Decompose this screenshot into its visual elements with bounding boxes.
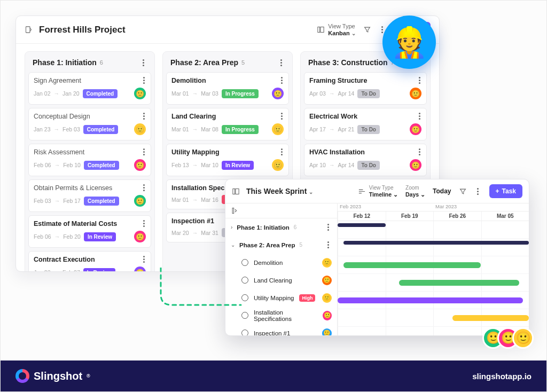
card-menu[interactable] — [140, 113, 147, 120]
expand-toggle[interactable] — [225, 203, 337, 218]
phase-menu[interactable] — [324, 224, 332, 231]
card-menu[interactable] — [140, 148, 147, 155]
more-menu[interactable] — [474, 188, 482, 195]
timeline-grid[interactable]: Feb 2023Mar 2023 Feb 12Feb 19Feb 26Mar 0… — [338, 203, 529, 336]
card-menu[interactable] — [140, 77, 147, 84]
gantt-bar[interactable] — [399, 280, 520, 286]
assignee-avatar — [323, 311, 332, 320]
task-card[interactable]: Utility Mapping Feb 13→Mar 10 In Review — [166, 144, 289, 176]
task-card[interactable]: Risk Assessment Feb 06→Feb 10 Completed — [28, 144, 151, 176]
timeline-task-row[interactable]: Land Clearing — [225, 271, 337, 289]
month-label — [481, 203, 529, 211]
phase-row[interactable]: ⌄ Phase 2: Area Prep 5 — [225, 236, 337, 254]
timeline-task-row[interactable]: Utility Mapping High — [225, 289, 337, 307]
status-badge: In Progress — [222, 125, 259, 134]
svg-rect-4 — [236, 189, 239, 194]
sprint-title[interactable]: This Week Sprint ⌄ — [246, 187, 313, 195]
task-name: Demolition — [254, 260, 283, 266]
column-menu[interactable] — [139, 59, 147, 66]
task-card[interactable]: Land Clearing Mar 01→Mar 08 In Progress — [166, 108, 289, 140]
column-title: Phase 1: Initiation — [33, 58, 97, 67]
phase-row[interactable]: › Phase 1: Initiation 6 — [225, 218, 337, 236]
card-menu[interactable] — [278, 148, 285, 155]
arrow-icon: → — [54, 233, 60, 240]
layout-icon — [317, 26, 325, 34]
timeline-task-row[interactable]: Demolition — [225, 254, 337, 271]
assignee-avatar — [322, 328, 332, 336]
timeline-task-row[interactable]: Installation Specifications — [225, 307, 337, 324]
chevron-right-icon: › — [231, 224, 232, 230]
card-menu[interactable] — [416, 77, 423, 84]
phase-menu[interactable] — [324, 241, 332, 248]
task-status-icon — [241, 294, 248, 301]
kanban-header: Forrest Hills Project View Type Kanban ⌄… — [16, 16, 439, 44]
phase-count: 6 — [294, 224, 297, 230]
task-card[interactable]: Conceptual Design Jan 23→Feb 03 Complete… — [28, 108, 151, 140]
footer-url: slingshotapp.io — [472, 372, 532, 381]
end-date: Jan 20 — [62, 90, 80, 97]
task-card[interactable]: Demolition Mar 01→Mar 03 In Progress — [166, 72, 289, 105]
status-badge: To Do — [357, 161, 380, 170]
card-menu[interactable] — [278, 113, 285, 120]
gantt-lane — [338, 256, 529, 274]
assignee-avatar — [272, 159, 284, 171]
filter-icon[interactable] — [363, 26, 371, 34]
card-menu[interactable] — [416, 148, 423, 155]
arrow-icon: → — [192, 230, 198, 236]
pin-icon — [25, 26, 33, 34]
chevron-down-icon: ⌄ — [351, 30, 356, 36]
status-badge: Completed — [84, 197, 119, 206]
card-menu[interactable] — [140, 184, 147, 191]
arrow-icon: → — [329, 162, 335, 168]
add-task-button[interactable]: +Task — [489, 184, 522, 198]
column-header: Phase 1: Initiation 6 — [28, 56, 151, 72]
start-date: Apr 10 — [309, 162, 326, 168]
viewtype-selector[interactable]: View Type Kanban ⌄ — [317, 23, 355, 36]
card-meta: Feb 06→Feb 10 Completed — [34, 159, 146, 171]
start-date: Jan 23 — [34, 269, 51, 272]
card-title: Electrical Work — [309, 113, 421, 120]
assignee-avatar — [134, 88, 146, 99]
date-label: Feb 26 — [433, 211, 481, 221]
task-card[interactable]: Contract Execution Jan 23→Feb 27 In Revi… — [28, 251, 151, 272]
gantt-bar[interactable] — [343, 262, 481, 268]
zoom-selector[interactable]: ZoomDays ⌄ — [405, 185, 425, 198]
status-badge: Completed — [83, 89, 118, 98]
status-badge: To Do — [357, 125, 380, 134]
start-date: Jan 02 — [34, 90, 51, 97]
card-menu[interactable] — [140, 256, 147, 263]
task-name: Utility Mapping — [254, 295, 294, 301]
task-card[interactable]: Obtain Permits & Licenses Feb 03→Feb 17 … — [28, 179, 151, 212]
timeline-header: This Week Sprint ⌄ View TypeTimeline ⌄ Z… — [225, 179, 529, 203]
arrow-icon: → — [54, 126, 60, 132]
gantt-lane — [338, 292, 529, 309]
month-label: Feb 2023 — [338, 203, 386, 211]
status-badge: Completed — [84, 161, 119, 170]
task-name: Land Clearing — [254, 277, 292, 284]
start-date: Feb 03 — [34, 198, 51, 204]
status-badge: In Review — [222, 161, 254, 170]
card-menu[interactable] — [278, 77, 285, 84]
filter-icon[interactable] — [459, 187, 467, 195]
task-card[interactable]: Sign Agreement Jan 02→Jan 20 Completed — [28, 72, 151, 105]
timeline-viewtype[interactable]: View TypeTimeline ⌄ — [358, 185, 398, 198]
card-menu[interactable] — [416, 113, 423, 120]
assignee-avatar — [410, 159, 421, 171]
footer: Slingshot® slingshotapp.io — [1, 360, 546, 391]
column-menu[interactable] — [277, 59, 285, 66]
task-card[interactable]: HVAC Installation Apr 10→Apr 14 To Do — [304, 144, 427, 176]
task-card[interactable]: Estimate of Material Costs Feb 06→Feb 20… — [28, 215, 151, 248]
start-date: Feb 13 — [171, 162, 189, 168]
task-card[interactable]: Electrical Work Apr 17→Apr 21 To Do — [304, 108, 427, 140]
viewtype-label: View Type — [328, 23, 355, 29]
arrow-icon: → — [192, 162, 198, 168]
task-card[interactable]: Framing Structure Apr 03→Apr 14 To Do — [304, 72, 427, 105]
gantt-bar[interactable] — [338, 297, 523, 303]
brand: Slingshot® — [15, 369, 90, 383]
plus-icon: + — [496, 187, 499, 195]
card-menu[interactable] — [140, 220, 147, 227]
gantt-bar[interactable] — [452, 315, 529, 321]
timeline-task-row[interactable]: Inspection #1 — [225, 324, 337, 336]
end-date: Mar 03 — [201, 90, 218, 97]
today-button[interactable]: Today — [433, 187, 451, 195]
